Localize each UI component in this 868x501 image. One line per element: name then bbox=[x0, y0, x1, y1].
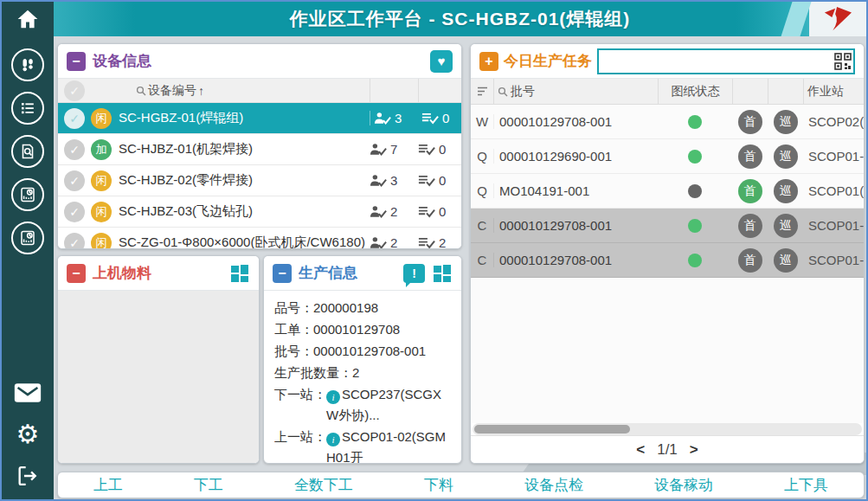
equipment-row[interactable]: 闲 SC-HJBZ-02(零件焊接) 3 0 bbox=[58, 165, 461, 196]
horizontal-scrollbar[interactable] bbox=[473, 423, 862, 435]
task-row[interactable]: Q MO104191-001 首 巡 SCOP01(SGMH0... bbox=[471, 174, 864, 209]
task-count: 0 bbox=[442, 111, 449, 125]
drawing-status-dot bbox=[688, 254, 702, 267]
task-row[interactable]: Q 000010129690-001 首 巡 SCOP01-01(SGM... bbox=[471, 139, 864, 174]
operator-count: 7 bbox=[390, 142, 397, 157]
task-row[interactable]: C 000010129708-001 首 巡 SCOP01-01(SGM... bbox=[471, 243, 864, 278]
sort-ascending-icon[interactable]: ↑ bbox=[198, 84, 204, 98]
task-count-icon bbox=[421, 112, 439, 125]
header-bar: 作业区工作平台 - SC-HGBZ-01(焊辊组) bbox=[54, 2, 866, 36]
equipment-code: SC-HJBZ-02(零件焊接) bbox=[119, 172, 370, 189]
equipment-row[interactable]: 闲 SC-HJBZ-03(飞边钻孔) 2 0 bbox=[58, 196, 461, 228]
field-label: 下一站： bbox=[274, 384, 326, 426]
patrol-inspection-badge[interactable]: 巡 bbox=[774, 110, 798, 134]
equipment-code: SC-HJBZ-03(飞边钻孔) bbox=[119, 203, 370, 220]
info-icon[interactable] bbox=[326, 390, 340, 404]
scrollbar-thumb[interactable] bbox=[474, 425, 630, 434]
collapse-icon[interactable] bbox=[67, 264, 86, 283]
drawing-status-dot bbox=[688, 115, 702, 129]
workstation-platform-app: 作业区工作平台 - SC-HGBZ-01(焊辊组) bbox=[0, 0, 868, 501]
row-checkbox[interactable] bbox=[64, 202, 85, 222]
first-inspection-badge[interactable]: 首 bbox=[738, 248, 762, 273]
equipment-utilization-button[interactable]: 设备稼动 bbox=[646, 473, 722, 497]
grid-view-icon[interactable] bbox=[432, 263, 453, 284]
info-icon[interactable] bbox=[326, 433, 340, 446]
worklist-icon[interactable] bbox=[11, 92, 44, 125]
row-checkbox[interactable] bbox=[64, 108, 85, 129]
task-count-icon bbox=[418, 236, 435, 248]
column-equipment-code[interactable]: 设备编号 ↑ bbox=[91, 79, 370, 102]
add-task-icon[interactable] bbox=[479, 52, 498, 71]
favorite-button[interactable] bbox=[430, 50, 453, 73]
first-inspection-badge[interactable]: 首 bbox=[738, 214, 762, 238]
task-count-icon bbox=[418, 205, 435, 218]
previous-page-button[interactable]: < bbox=[636, 441, 645, 459]
patrol-inspection-badge[interactable]: 巡 bbox=[774, 145, 798, 169]
andon-icon[interactable] bbox=[11, 48, 44, 81]
first-inspection-badge[interactable]: 首 bbox=[738, 179, 762, 203]
column-station[interactable]: 作业站 bbox=[803, 79, 864, 104]
company-logo bbox=[809, 2, 866, 36]
alert-message-icon[interactable]: ! bbox=[403, 264, 425, 283]
document-search-icon[interactable] bbox=[11, 135, 44, 168]
production-panel-title: 生产信息 bbox=[299, 263, 357, 283]
equipment-inspection-button[interactable]: 设备点检 bbox=[516, 473, 592, 497]
row-checkbox[interactable] bbox=[64, 139, 85, 160]
unload-material-button[interactable]: 下料 bbox=[415, 473, 462, 497]
end-all-work-button[interactable]: 全数下工 bbox=[286, 473, 362, 497]
row-checkbox[interactable] bbox=[64, 170, 85, 191]
equipment-panel-title: 设备信息 bbox=[93, 51, 151, 71]
operator-count: 3 bbox=[395, 111, 402, 125]
home-icon[interactable] bbox=[2, 2, 54, 36]
task-station: SCOP01(SGMH0... bbox=[803, 183, 864, 198]
column-drawing-status[interactable]: 图纸状态 bbox=[658, 79, 732, 104]
equipment-row[interactable]: 加 SC-HJBZ-01(机架焊接) 7 0 bbox=[58, 134, 461, 165]
next-page-button[interactable]: > bbox=[690, 441, 698, 459]
operator-count-icon bbox=[374, 112, 391, 125]
logo-icon bbox=[820, 5, 855, 33]
collapse-icon[interactable] bbox=[67, 52, 86, 71]
work-order-value: 000010129708 bbox=[313, 319, 451, 340]
task-count-icon bbox=[418, 143, 435, 156]
column-batch[interactable]: 批号 bbox=[493, 79, 658, 104]
equipment-row[interactable]: 闲 SC-HGBZ-01(焊辊组) 3 0 bbox=[58, 103, 461, 134]
filter-icon[interactable] bbox=[471, 79, 493, 104]
task-batch: MO104191-001 bbox=[493, 183, 658, 198]
field-label: 品号： bbox=[274, 298, 313, 318]
patrol-inspection-badge[interactable]: 巡 bbox=[774, 179, 798, 203]
patrol-inspection-badge[interactable]: 巡 bbox=[774, 214, 798, 238]
equipment-code: SC-HJBZ-01(机架焊接) bbox=[119, 141, 370, 157]
mail-icon[interactable] bbox=[11, 376, 44, 409]
tasks-table-header: 批号 图纸状态 作业站 bbox=[471, 79, 864, 105]
task-type: W bbox=[471, 114, 493, 129]
drawing-status-dot bbox=[688, 219, 702, 233]
grid-view-icon[interactable] bbox=[229, 263, 250, 284]
production-info-panel: 生产信息 ! 品号：200000198 工单：000010129708 批号：0… bbox=[263, 255, 462, 464]
task-row[interactable]: W 000010129708-001 首 巡 SCOP02(SGMH0... bbox=[471, 105, 864, 139]
search-icon bbox=[136, 86, 146, 96]
row-checkbox[interactable] bbox=[64, 233, 85, 249]
field-label: 上一站： bbox=[274, 427, 326, 463]
barcode-search-input[interactable] bbox=[599, 50, 833, 73]
operator-count-icon bbox=[370, 205, 387, 218]
next-station-value: SCOP237(SCGXW外协)... bbox=[326, 387, 441, 422]
settings-icon[interactable]: ⚙ bbox=[11, 418, 44, 451]
first-inspection-badge[interactable]: 首 bbox=[738, 110, 762, 134]
task-type: Q bbox=[471, 149, 493, 164]
select-all-checkbox[interactable] bbox=[64, 80, 85, 101]
qr-scan-icon[interactable] bbox=[833, 53, 853, 70]
patrol-inspection-badge[interactable]: 巡 bbox=[774, 248, 798, 273]
start-work-button[interactable]: 上工 bbox=[85, 473, 132, 497]
tooling-button[interactable]: 上下具 bbox=[775, 473, 837, 497]
page-title: 作业区工作平台 - SC-HGBZ-01(焊辊组) bbox=[290, 7, 631, 31]
task-station: SCOP01-01(SGM... bbox=[803, 253, 864, 267]
first-inspection-badge[interactable]: 首 bbox=[738, 145, 762, 169]
collapse-icon[interactable] bbox=[273, 264, 292, 283]
task-row[interactable]: C 000010129708-001 首 巡 SCOP01-02(SGM... bbox=[471, 209, 864, 243]
logout-icon[interactable] bbox=[11, 459, 44, 492]
equipment-row[interactable]: 闲 SC-ZG-01-Φ800×6000(卧式机床/CW6180) 2 2 bbox=[58, 228, 461, 248]
report-alt-icon[interactable] bbox=[11, 222, 44, 254]
end-work-button[interactable]: 下工 bbox=[185, 473, 232, 497]
report-icon[interactable] bbox=[11, 178, 44, 211]
batch-number-value: 000010129708-001 bbox=[313, 341, 451, 362]
